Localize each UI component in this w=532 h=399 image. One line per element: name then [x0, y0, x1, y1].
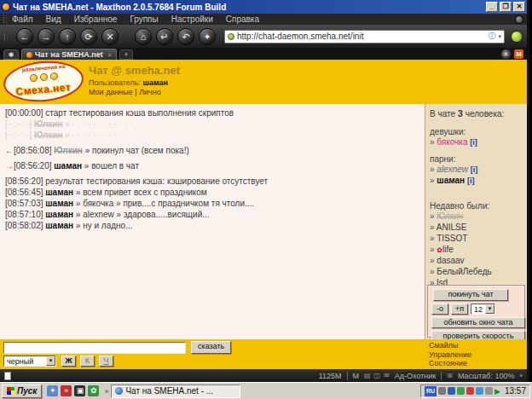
- toolbar-grip[interactable]: [4, 32, 8, 40]
- user-name[interactable]: Юлкин: [437, 211, 463, 221]
- play-icon[interactable]: ▶: [494, 387, 500, 396]
- leave-chat-button[interactable]: покинуть чат: [433, 289, 508, 301]
- recent-user-item[interactable]: » Юлкин: [430, 212, 523, 222]
- mode-indicator[interactable]: M: [353, 372, 360, 380]
- stop-button[interactable]: ✕: [101, 28, 119, 45]
- quick-launch-icon-3[interactable]: ▣: [74, 385, 85, 396]
- zoom-dropdown-icon[interactable]: ▾: [519, 373, 523, 379]
- menu-item[interactable]: Вид: [46, 14, 61, 24]
- toolbar-grip[interactable]: [3, 15, 7, 23]
- tray-icon-5[interactable]: [476, 387, 483, 395]
- tray-icon-1[interactable]: [438, 387, 446, 395]
- undo-button[interactable]: ↶: [177, 28, 194, 45]
- user-list-item[interactable]: » бякочка [i]: [430, 138, 523, 147]
- site-logo[interactable]: развлечения на Смеха.нет: [3, 61, 84, 101]
- up-button[interactable]: ↑: [59, 28, 76, 45]
- user-name[interactable]: БелыйЛебедь: [437, 267, 491, 276]
- window-layout-icon[interactable]: ⊞: [447, 372, 453, 379]
- refresh-button[interactable]: ⟳: [80, 28, 97, 45]
- tools-button[interactable]: ✦: [199, 28, 216, 45]
- message-author: шаман: [45, 199, 73, 208]
- user-name[interactable]: бякочка: [437, 137, 467, 147]
- maximize-button[interactable]: ❐: [500, 2, 512, 12]
- italic-button[interactable]: К: [80, 356, 95, 367]
- tab-active[interactable]: Чат на SMEHA.net ×: [21, 49, 117, 60]
- menu-item[interactable]: Файл: [12, 14, 33, 24]
- status-icon-2[interactable]: ◫: [374, 372, 381, 379]
- address-dropdown-icon[interactable]: ▾: [498, 33, 501, 40]
- user-name[interactable]: dasaav: [437, 256, 464, 265]
- close-button[interactable]: ✕: [513, 2, 525, 12]
- adhunter-label[interactable]: Ад-Охотник: [395, 372, 436, 380]
- tray-icon-3[interactable]: [457, 387, 465, 395]
- maxthon-icon[interactable]: M: [514, 49, 523, 59]
- chevron-down-icon[interactable]: ▼: [46, 356, 55, 366]
- status-icon-3[interactable]: ✉: [384, 372, 390, 379]
- menu-item[interactable]: Настройки: [171, 14, 213, 24]
- recent-user-item[interactable]: » БелыйЛебедь: [430, 268, 523, 277]
- message-input[interactable]: [3, 342, 186, 354]
- tray-icon-4[interactable]: [466, 387, 474, 395]
- new-tab-button[interactable]: +: [119, 49, 133, 60]
- say-button[interactable]: сказать: [191, 341, 231, 354]
- chat-message-pane[interactable]: [00:00:00] старт тестирования кэша выпол…: [0, 104, 425, 339]
- quick-launch-icon-2[interactable]: ≈: [61, 385, 72, 396]
- user-info-link[interactable]: [i]: [467, 176, 475, 185]
- go-button[interactable]: [511, 31, 523, 43]
- quick-launch-icon-4[interactable]: ✿: [88, 385, 99, 396]
- chevron-down-icon[interactable]: ▼: [485, 304, 494, 314]
- language-indicator[interactable]: RU: [425, 386, 437, 396]
- user-info-link[interactable]: [i]: [471, 165, 478, 174]
- menu-item[interactable]: Справка: [226, 14, 259, 24]
- smiles-link[interactable]: Смайлы: [429, 341, 471, 350]
- recent-user-item[interactable]: » dasaav: [430, 257, 523, 266]
- user-name[interactable]: ANILSE: [437, 223, 467, 232]
- menu-item[interactable]: Избранное: [74, 14, 118, 24]
- my-data-link[interactable]: Мои данные: [89, 88, 133, 96]
- quick-launch-overflow-icon[interactable]: »: [104, 387, 108, 396]
- status-icon-1[interactable]: ▤: [364, 372, 371, 379]
- tray-icon-6[interactable]: [485, 387, 493, 395]
- user-list-item[interactable]: » alexnew [i]: [430, 165, 523, 175]
- zoom-level[interactable]: Масштаб: 100%: [458, 372, 515, 380]
- underline-button[interactable]: Ч: [99, 356, 113, 367]
- manage-link[interactable]: Управление: [429, 350, 471, 360]
- font-increase-button[interactable]: +п: [451, 304, 468, 315]
- user-info-link[interactable]: [i]: [470, 138, 477, 147]
- address-bar[interactable]: ⓘ ▾: [224, 30, 505, 43]
- minimize-button[interactable]: _: [486, 2, 498, 12]
- user-list-item[interactable]: » шаман [i]: [430, 176, 523, 186]
- text-color-select[interactable]: черный ▼: [3, 356, 56, 367]
- user-name[interactable]: alexnew: [437, 165, 468, 174]
- font-decrease-button[interactable]: -о: [431, 304, 448, 315]
- tray-icon-2[interactable]: [448, 387, 455, 395]
- recent-user-item[interactable]: » TISSOT: [430, 234, 523, 244]
- bold-button[interactable]: Ж: [61, 356, 76, 367]
- menu-item[interactable]: Группы: [130, 14, 158, 24]
- tab-close-icon[interactable]: ×: [107, 51, 112, 59]
- user-name[interactable]: life: [442, 245, 454, 254]
- font-size-select[interactable]: 12 ▼: [471, 304, 495, 315]
- user-name[interactable]: TISSOT: [437, 234, 467, 243]
- page-info-icon[interactable]: ⓘ: [488, 31, 495, 42]
- go-page-button[interactable]: ↵: [156, 28, 173, 45]
- quick-launch-icon-1[interactable]: ✦: [47, 385, 58, 396]
- user-name[interactable]: шаман: [437, 176, 465, 185]
- skin-icon[interactable]: [515, 15, 523, 24]
- favorites-star-icon[interactable]: ✱: [3, 49, 19, 60]
- recent-user-item[interactable]: » ANILSE: [430, 223, 523, 233]
- taskbar-task-button[interactable]: Чат на SMEHA.net - ...: [111, 385, 240, 398]
- start-button[interactable]: Пуск: [2, 385, 42, 398]
- address-input[interactable]: [237, 32, 485, 41]
- title-bar[interactable]: Чат на SMEHA.net - Maxthon 2.0.5.7684 Fo…: [0, 0, 527, 14]
- forward-button[interactable]: →: [38, 28, 55, 45]
- message-author: шаман: [45, 221, 73, 230]
- private-link[interactable]: Лично: [139, 88, 161, 96]
- state-link[interactable]: Состояние: [429, 359, 471, 368]
- toolbar-buttons: ←→↑⟳✕⌂↵↶✦: [16, 28, 216, 45]
- home-button[interactable]: ⌂: [135, 28, 152, 45]
- refresh-chat-button[interactable]: обновить окно чата: [431, 317, 525, 328]
- recent-user-item[interactable]: » ✿life: [430, 246, 523, 255]
- gesture-icon[interactable]: ✻: [501, 49, 511, 59]
- back-button[interactable]: ←: [16, 28, 33, 45]
